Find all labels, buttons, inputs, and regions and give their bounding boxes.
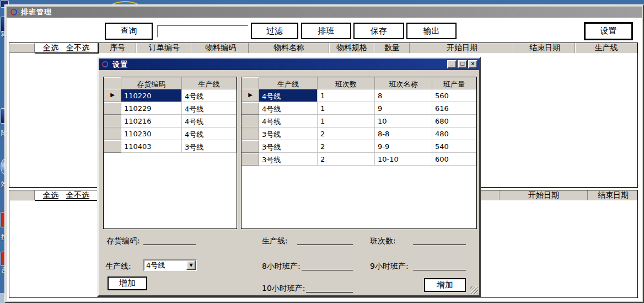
select-none-link[interactable]: 全不选	[66, 43, 89, 53]
row-header[interactable]	[104, 140, 121, 153]
column-header[interactable]: 结束日期	[514, 43, 575, 53]
grid-row: 110216 4号线	[104, 115, 237, 127]
search-input[interactable]	[157, 25, 249, 38]
inventory-code-label: 存货编码:	[106, 236, 140, 246]
shift9-field[interactable]	[413, 269, 466, 270]
grid-cell[interactable]: 110216	[121, 115, 182, 127]
grid-cell[interactable]: 540	[432, 140, 476, 153]
column-header[interactable]: 物料名称	[249, 43, 329, 53]
grid-cell[interactable]: 616	[432, 102, 476, 115]
grid-cell[interactable]: 110220	[121, 89, 182, 102]
grid-row: 3号线 2 9-9 540	[242, 140, 476, 153]
chevron-down-icon[interactable]: ▼	[186, 261, 196, 270]
grid-cell[interactable]: 8	[375, 89, 432, 102]
grid-cell[interactable]: 4号线	[182, 102, 237, 115]
grid-cell[interactable]: 3号线	[259, 153, 318, 166]
grid-cell[interactable]: 4号线	[259, 89, 318, 102]
grid-cell[interactable]: 1	[318, 102, 375, 115]
query-button[interactable]: 查询	[105, 23, 153, 40]
save-button[interactable]: 保存	[353, 23, 404, 39]
resize-grip[interactable]	[470, 286, 478, 294]
shift8-field[interactable]	[302, 269, 353, 270]
minimize-icon[interactable]: _	[447, 60, 457, 68]
row-header[interactable]	[104, 127, 121, 140]
row-marker[interactable]: ▶	[104, 89, 121, 102]
grid-row: 110403 3号线	[104, 140, 237, 153]
column-header[interactable]: 物料编码	[192, 43, 249, 53]
grid-row: 3号线 2 10-10 600	[242, 153, 476, 166]
grid-cell[interactable]: 8-8	[375, 127, 432, 140]
grid-column-header[interactable]: 生产线	[182, 77, 237, 89]
grid-column-header[interactable]: 班次数	[318, 77, 375, 89]
inventory-code-field[interactable]	[143, 244, 196, 245]
grid-cell[interactable]: 600	[432, 153, 476, 166]
schedule-button[interactable]: 排班	[301, 23, 351, 39]
settings-button[interactable]: 设置	[584, 22, 633, 40]
row-header[interactable]	[104, 102, 121, 115]
select-all-link[interactable]: 全选	[43, 190, 58, 200]
line2-field[interactable]	[297, 244, 353, 245]
grid-cell[interactable]: 480	[432, 127, 476, 140]
column-header[interactable]: 数量	[374, 43, 410, 53]
select-none-link[interactable]: 全不选	[66, 190, 89, 200]
grid-cell[interactable]: 1	[318, 89, 375, 102]
row-header[interactable]	[242, 140, 259, 153]
grid-cell[interactable]: 4号线	[182, 89, 237, 102]
grid-cell[interactable]: 110229	[121, 102, 182, 115]
grid-cell[interactable]: 4号线	[182, 115, 237, 127]
grid-column-header[interactable]: 班次名称	[375, 77, 432, 89]
grid-cell[interactable]: 9-9	[375, 140, 432, 153]
line-select[interactable]: 4号线 ▼	[143, 259, 197, 271]
column-header[interactable]: 结束日期	[588, 190, 638, 200]
inventory-line-grid: 存货编码 生产线 ▶ 110220 4号线 110229 4号线 110216 …	[103, 77, 237, 229]
row-header[interactable]	[242, 115, 259, 127]
select-all-link[interactable]: 全选	[43, 43, 58, 53]
table-corner-cell	[9, 43, 35, 53]
grid-cell[interactable]: 110230	[121, 127, 182, 140]
line2-label: 生产线:	[262, 236, 288, 246]
close-icon[interactable]: ×	[468, 60, 477, 68]
add-left-button[interactable]: 增加	[108, 277, 147, 290]
grid-cell[interactable]: 3号线	[259, 140, 318, 153]
grid-cell[interactable]: 3号线	[259, 127, 318, 140]
shift10-label: 10小时班产:	[262, 284, 305, 294]
column-header[interactable]: 物料规格	[329, 43, 374, 53]
column-header[interactable]: 序号	[99, 43, 136, 53]
shift-count-field[interactable]	[413, 244, 466, 245]
grid-cell[interactable]: 9	[375, 102, 432, 115]
column-header[interactable]: 开始日期	[500, 190, 588, 200]
grid-column-header[interactable]: 存货编码	[121, 77, 182, 89]
row-header[interactable]	[104, 115, 121, 127]
grid-cell[interactable]: 560	[432, 89, 476, 102]
filter-button[interactable]: 过滤	[251, 23, 298, 39]
grid-cell[interactable]: 2	[318, 153, 375, 166]
grid-column-header[interactable]: 生产线	[259, 77, 318, 89]
row-marker[interactable]: ▶	[242, 89, 259, 102]
grid-cell[interactable]: 680	[432, 115, 476, 127]
grid-column-header[interactable]: 班产量	[432, 77, 476, 89]
grid-cell[interactable]: 4号线	[259, 102, 318, 115]
dialog-title: 设置	[112, 60, 128, 70]
grid-cell[interactable]: 10	[375, 115, 432, 127]
column-header[interactable]: 开始日期	[410, 43, 514, 53]
grid-cell[interactable]: 2	[318, 127, 375, 140]
dialog-titlebar[interactable]: 设置 _ □ ×	[99, 59, 479, 70]
column-header[interactable]: 订单编号	[136, 43, 192, 53]
grid-cell[interactable]: 3号线	[182, 140, 237, 153]
add-right-button[interactable]: 增加	[424, 278, 466, 292]
row-header[interactable]	[242, 102, 259, 115]
main-window-titlebar[interactable]: 排班管理	[7, 7, 642, 18]
grid-cell[interactable]: 4号线	[259, 115, 318, 127]
row-header[interactable]	[242, 127, 259, 140]
grid-cell[interactable]: 110403	[121, 140, 182, 153]
grid-cell[interactable]: 1	[318, 115, 375, 127]
maximize-icon[interactable]: □	[458, 60, 467, 68]
grid-cell[interactable]: 2	[318, 140, 375, 153]
output-button[interactable]: 输出	[406, 23, 457, 39]
grid-cell[interactable]: 10-10	[375, 153, 432, 166]
column-header[interactable]: 生产线	[575, 43, 637, 53]
row-header[interactable]	[242, 153, 259, 166]
app-logo-icon	[101, 60, 110, 68]
grid-cell[interactable]: 4号线	[182, 127, 237, 140]
shift10-field[interactable]	[306, 291, 353, 293]
